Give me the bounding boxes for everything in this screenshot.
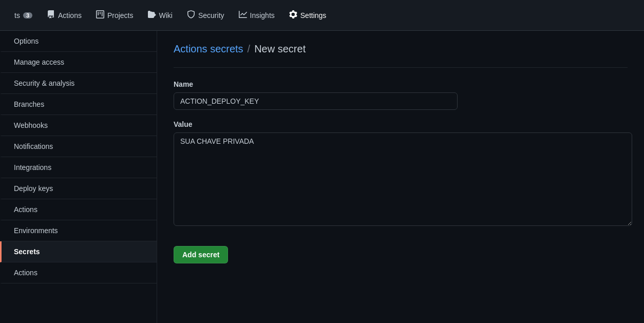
nav-item-commits[interactable]: ts 3 — [8, 7, 39, 24]
nav-item-actions[interactable]: Actions — [41, 6, 88, 24]
name-input[interactable] — [174, 92, 458, 110]
actions-icon — [47, 10, 55, 20]
add-secret-button[interactable]: Add secret — [174, 246, 228, 263]
value-label: Value — [174, 120, 628, 128]
sidebar-item-actions[interactable]: Actions — [0, 199, 157, 220]
sidebar-item-integrations[interactable]: Integrations — [0, 157, 157, 178]
breadcrumb-separator: / — [248, 43, 251, 55]
settings-icon — [289, 10, 297, 20]
name-label: Name — [174, 80, 628, 88]
sidebar-item-branches[interactable]: Branches — [0, 94, 157, 115]
security-icon — [187, 10, 195, 20]
divider — [174, 67, 628, 68]
sidebar-item-webhooks[interactable]: Webhooks — [0, 115, 157, 136]
name-form-group: Name — [174, 80, 628, 110]
top-nav: ts 3 Actions Projects Wiki Security Insi… — [0, 0, 644, 31]
nav-item-insights[interactable]: Insights — [233, 6, 281, 24]
wiki-label: Wiki — [159, 11, 173, 20]
breadcrumb-link[interactable]: Actions secrets — [174, 43, 243, 55]
actions-label: Actions — [58, 11, 82, 20]
sidebar-item-options[interactable]: Options — [0, 31, 157, 52]
nav-item-security[interactable]: Security — [181, 6, 231, 24]
insights-label: Insights — [250, 11, 275, 20]
security-label: Security — [198, 11, 224, 20]
content-area: Actions secrets / New secret Name Value … — [157, 31, 644, 323]
sidebar-item-secrets[interactable]: Secrets — [0, 241, 157, 262]
settings-label: Settings — [300, 11, 327, 20]
sidebar-item-actions-bottom[interactable]: Actions — [0, 262, 157, 283]
nav-item-settings[interactable]: Settings — [283, 6, 333, 24]
wiki-icon — [148, 10, 156, 20]
projects-label: Projects — [107, 11, 134, 20]
commits-label: ts — [14, 11, 20, 20]
sidebar-item-environments[interactable]: Environments — [0, 220, 157, 241]
sidebar: Options Manage access Security & analysi… — [0, 31, 157, 323]
projects-icon — [96, 10, 104, 20]
nav-item-projects[interactable]: Projects — [90, 6, 140, 24]
value-form-group: Value SUA CHAVE PRIVADA — [174, 120, 628, 227]
nav-item-wiki[interactable]: Wiki — [142, 6, 179, 24]
sidebar-item-notifications[interactable]: Notifications — [0, 136, 157, 157]
sidebar-item-security-analysis[interactable]: Security & analysis — [0, 73, 157, 94]
main-layout: Options Manage access Security & analysi… — [0, 31, 644, 323]
value-textarea[interactable]: SUA CHAVE PRIVADA — [174, 132, 632, 226]
sidebar-item-manage-access[interactable]: Manage access — [0, 52, 157, 73]
commits-badge: 3 — [23, 12, 32, 18]
breadcrumb-current: New secret — [254, 43, 306, 55]
sidebar-item-deploy-keys[interactable]: Deploy keys — [0, 178, 157, 199]
breadcrumb: Actions secrets / New secret — [174, 43, 628, 55]
insights-icon — [239, 10, 247, 20]
